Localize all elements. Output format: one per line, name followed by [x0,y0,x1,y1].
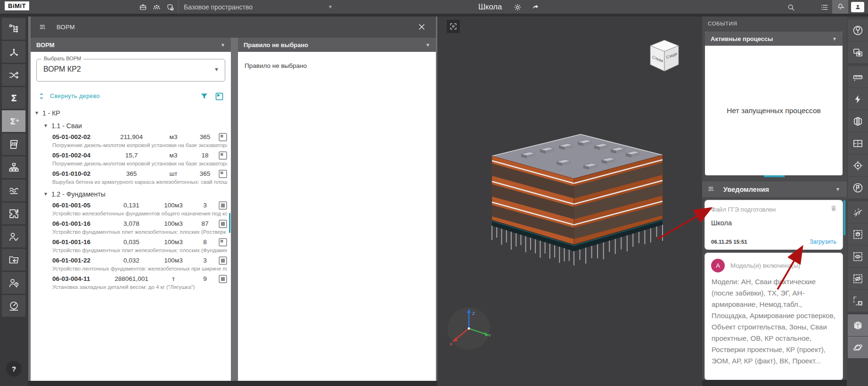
right-tool-orbit[interactable] [848,337,868,358]
folder-share-icon [8,254,20,266]
tree-item[interactable]: 05-01-002-0415,7м318Погружение дизель-мо… [31,151,227,166]
tree-item[interactable]: 05-01-002-02211,904м3365Погружение дизел… [31,132,227,148]
menu-open-icon[interactable] [707,185,716,194]
user-account-button[interactable] [851,2,864,12]
left-tool-shuffle[interactable] [2,64,25,86]
close-icon[interactable] [417,22,427,33]
right-tool-flag[interactable] [848,177,868,198]
frame-select-icon[interactable] [214,91,224,101]
axis-gizmo[interactable]: Z X Y [446,304,493,351]
left-tool-gauge[interactable] [2,295,25,317]
tree-item[interactable]: 05-01-010-02365шт365Вырубка бетона из ар… [31,169,227,185]
right-tool-measure-count[interactable]: 12 [848,201,868,223]
left-tool-sheet-2d[interactable]: 2D [2,133,25,155]
shield-user-icon[interactable] [164,1,176,13]
events-panel-title: СОБЫТИЯ [708,21,737,26]
axis-z-label: Z [472,311,475,316]
user-icon [854,3,862,11]
rule-panel: Правило не выбрано ▼ Правило не выбрано [238,38,436,381]
org-chart-icon [8,161,20,174]
trash-icon[interactable] [829,204,838,213]
axis-x-label: X [450,341,453,346]
rule-body-text: Правило не выбрано [245,62,429,69]
filter-icon[interactable] [199,91,209,101]
help-button[interactable]: ? [6,361,22,377]
active-processes-bar[interactable]: Активные процессы ▼ [705,32,843,46]
menu-list-icon[interactable] [819,1,830,13]
right-tool-clear-selection[interactable] [848,290,868,312]
tree-item[interactable]: 06-01-001-163,078100м387Устройство фунда… [31,219,227,235]
active-processes-empty-text: Нет запущенных процессов [705,46,843,175]
left-tool-branch-node[interactable] [2,41,25,63]
viewport-3d[interactable]: Слева Сзади Z X Y [437,16,702,386]
left-tool-user-check[interactable] [2,226,25,247]
right-tool-locate[interactable] [848,155,868,176]
left-tool-folder-share[interactable] [2,249,25,271]
notification-card: А Модель(и) включена(ы) Модели: АН, Сваи… [705,253,843,380]
rule-section-title: Правило не выбрано [244,41,308,49]
menu-open-icon[interactable] [39,23,48,32]
left-tool-sigma[interactable]: Σ [2,87,25,109]
left-tool-waves[interactable] [2,180,25,201]
left-tool-puzzle[interactable] [2,203,25,224]
team-icon[interactable] [151,1,162,13]
right-tool-solid-cube[interactable] [848,314,868,336]
worm-window-header: ВОРМ [31,16,436,38]
left-toolbar: ΣΣ+2D [0,16,28,386]
right-tool-flash[interactable] [848,88,868,110]
left-tool-user-location[interactable] [2,272,25,294]
svg-text:1: 1 [854,209,856,212]
left-tool-org-chart[interactable] [2,156,25,178]
tree-item[interactable]: 06-03-004-11288061,001т9Установка заклад… [31,274,227,290]
left-tool-sigma-plus[interactable]: Σ+ [2,110,25,132]
worm-scrollbar-thumb[interactable] [229,213,231,233]
panel-resize-handle[interactable] [764,175,785,177]
marker-filled-icon[interactable] [218,256,228,265]
right-tool-hide-visibility[interactable] [848,268,868,289]
unfold-tree-icon[interactable] [37,92,46,100]
right-tool-nature-tree[interactable] [848,19,868,41]
marker-filled-icon[interactable] [218,219,228,229]
download-link[interactable]: Загрузить [810,238,836,245]
bottom-strip [28,381,437,386]
rule-section-bar[interactable]: Правило не выбрано ▼ [238,38,436,52]
view-cube[interactable]: Слева Сзади [645,34,684,74]
tree-item[interactable]: 06-01-001-050,131100м33Устройство железо… [31,201,227,216]
orbit-icon [852,342,864,353]
right-tool-capture-region[interactable] [848,41,868,63]
worm-select[interactable]: Выбрать ВОРМ ВОРМ КР2 ▼ [36,59,225,82]
notifications-button[interactable] [832,0,848,14]
worm-section-bar[interactable]: ВОРМ ▼ [31,38,231,52]
notifications-bar[interactable]: Уведомления ▼ [702,181,847,197]
left-tool-hierarchy-tree[interactable] [2,18,25,40]
gear-icon[interactable] [512,1,523,13]
select-cube-icon [852,229,864,240]
marker-corner-icon[interactable] [218,151,228,160]
workspace-selector[interactable]: Базовое пространство ▼ [184,0,333,14]
project-title: Школа [471,0,509,14]
screenshot-frame-button[interactable] [447,20,460,33]
marker-corner-icon[interactable] [218,169,228,179]
chevron-down-icon: ▼ [214,66,219,72]
right-tool-select-cube[interactable] [848,223,868,245]
briefcase-icon[interactable] [137,1,148,13]
notifications-scrollbar-thumb[interactable] [843,200,845,235]
notification-timestamp: 06.11.25 15:51 [711,239,747,245]
tree-item[interactable]: 06-01-001-160,035100м38Устройство фундам… [31,238,227,253]
marker-filled-icon[interactable] [218,201,228,210]
share-icon[interactable] [530,1,541,13]
right-tool-floor-plan[interactable] [848,132,868,154]
tree-group[interactable]: ▼1.2 - Фундаменты [31,188,231,200]
capture-region-icon [852,47,864,58]
marker-filled-icon[interactable] [218,274,228,284]
tree-item[interactable]: 06-01-001-220,032100м33Устройство ленточ… [31,256,227,271]
search-icon[interactable] [785,1,796,13]
right-tool-ruler[interactable] [848,66,868,88]
marker-corner-icon[interactable] [218,238,228,247]
tree-group[interactable]: ▼1.1 - Сваи [31,119,231,132]
marker-corner-icon[interactable] [218,132,228,142]
collapse-tree-link[interactable]: Свернуть дерево [50,93,100,99]
right-tool-section-cube[interactable] [848,110,868,132]
tree-group[interactable]: ▼1 - КР [31,107,231,119]
right-tool-show-visibility[interactable] [848,246,868,267]
